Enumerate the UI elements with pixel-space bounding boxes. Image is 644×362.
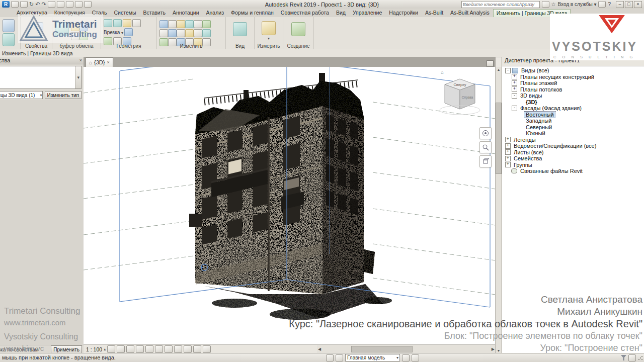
resize-grip[interactable]	[638, 355, 643, 360]
scrollbar-thumb[interactable]	[351, 346, 413, 352]
align-icon[interactable]	[159, 20, 168, 28]
create-button[interactable]	[291, 22, 305, 36]
tree-item[interactable]: +Планы несущих конструкций	[502, 74, 644, 80]
scroll-right-icon[interactable]: ▶	[492, 347, 495, 351]
modify-tool-icon[interactable]	[3, 19, 15, 32]
shadows-icon[interactable]	[136, 345, 144, 353]
render-icon[interactable]	[145, 345, 153, 353]
collapse-icon[interactable]: -	[512, 106, 517, 111]
ribbon-tab[interactable]: Аннотации	[169, 9, 203, 17]
split-face-icon[interactable]	[123, 19, 131, 27]
offset-icon[interactable]	[168, 20, 177, 28]
design-option-selector[interactable]: Главная модель▾	[345, 354, 400, 361]
scale-control[interactable]: 1 : 100	[86, 346, 102, 352]
move-icon[interactable]	[159, 29, 168, 37]
tree-item[interactable]: -3D виды	[502, 93, 644, 99]
viewcube-right-label[interactable]: Справа	[462, 96, 473, 100]
copy-tool-icon[interactable]	[168, 29, 177, 37]
help-icon[interactable]: ?	[608, 2, 611, 7]
split-icon[interactable]	[194, 20, 202, 28]
crop-view-icon[interactable]	[155, 345, 163, 353]
exchange-apps-icon[interactable]	[598, 1, 606, 8]
rotate-icon[interactable]	[177, 29, 185, 37]
redo-icon[interactable]: ↷	[41, 2, 46, 7]
ribbon-tab[interactable]: Совместная работа	[277, 9, 333, 17]
steering-wheel-icon[interactable]	[479, 127, 492, 139]
ribbon-tab[interactable]: Вставить	[140, 9, 170, 17]
unpin-icon[interactable]	[202, 29, 211, 37]
scroll-up-icon[interactable]: ▲	[497, 67, 501, 72]
revit-app-button[interactable]: R	[2, 1, 10, 8]
home-icon[interactable]: ⌂	[441, 69, 444, 75]
exclude-options-icon[interactable]	[402, 354, 410, 361]
maximize-button[interactable]: □	[625, 1, 633, 8]
ribbon-tab[interactable]: As-Built Analysis	[447, 9, 493, 17]
close-icon[interactable]: ×	[79, 58, 82, 63]
close-button[interactable]: ×	[634, 1, 642, 8]
ribbon-tab[interactable]: Сталь	[89, 9, 111, 17]
tree-item[interactable]: +Ведомости/Спецификации (все)	[502, 143, 644, 149]
expand-icon[interactable]: +	[505, 143, 511, 149]
cut-icon[interactable]	[71, 23, 79, 31]
vertical-scrollbar[interactable]: ▲ ▼	[495, 67, 502, 353]
measure-tool-button[interactable]	[262, 21, 276, 35]
default-3d-view-icon[interactable]	[75, 1, 83, 8]
ribbon-tab[interactable]: Системы	[111, 9, 140, 17]
viewport-canvas[interactable]: ⌂ Сверху Справа	[84, 67, 496, 345]
tree-item[interactable]: +Группы	[502, 162, 644, 168]
chevron-down-icon[interactable]: ▾	[268, 36, 270, 41]
search-input[interactable]	[461, 1, 540, 8]
parameter-grid[interactable]	[0, 100, 84, 345]
tree-item[interactable]: Северный	[502, 124, 644, 131]
expand-icon[interactable]: +	[505, 156, 511, 161]
section-icon[interactable]	[84, 1, 92, 8]
chevron-up-icon[interactable]: ▴	[104, 347, 106, 351]
viewcube-top-label[interactable]: Сверху	[453, 82, 466, 87]
reveal-hidden-icon[interactable]	[184, 345, 192, 353]
cope-dropdown[interactable]: Врезка ▾	[104, 30, 123, 35]
ribbon-tab[interactable]: Управление	[349, 9, 385, 17]
select-toggle-icon[interactable]	[628, 354, 636, 361]
type-selector[interactable]: R ▾	[0, 66, 82, 89]
point-cloud-building[interactable]	[189, 73, 392, 320]
view-tools-button[interactable]	[233, 22, 247, 36]
signin-menu[interactable]: Вход в службы ▾	[557, 2, 596, 7]
save-icon[interactable]	[20, 1, 28, 8]
ribbon-tab[interactable]: Конструкция	[51, 9, 89, 17]
ribbon-tab[interactable]: Формы и генплан	[227, 9, 277, 17]
visual-style-icon[interactable]	[117, 345, 125, 353]
print-icon[interactable]	[48, 1, 55, 8]
edit-type-button[interactable]: Изменить тип	[45, 91, 82, 99]
match-type-icon[interactable]	[71, 32, 79, 40]
temporary-hide-icon[interactable]	[174, 345, 182, 353]
tree-item[interactable]: +Семейства	[502, 155, 644, 162]
tree-item[interactable]: -Фасады (Фасад здания)	[502, 105, 644, 112]
undo-icon[interactable]: ↶	[35, 2, 40, 7]
expand-icon[interactable]: +	[505, 137, 511, 142]
expand-icon[interactable]: +	[505, 149, 511, 155]
request-icon[interactable]	[336, 354, 343, 361]
select-tool-icon[interactable]	[3, 33, 15, 46]
view-cube[interactable]: ⌂ Сверху Справа	[440, 69, 480, 115]
editable-only-icon[interactable]	[412, 354, 419, 361]
displacement-icon[interactable]	[203, 345, 211, 353]
close-icon[interactable]: ×	[107, 60, 109, 65]
cope-icon[interactable]	[124, 28, 133, 36]
ribbon-tab[interactable]: Вид	[333, 9, 349, 17]
paint-icon[interactable]	[132, 19, 141, 27]
expand-icon[interactable]: +	[512, 74, 517, 79]
minimize-button[interactable]: –	[616, 1, 624, 8]
array-icon[interactable]	[202, 20, 211, 28]
temporary-view-properties-icon[interactable]	[193, 345, 201, 353]
tree-item[interactable]: Восточный	[502, 112, 644, 118]
properties-header[interactable]: Свойства ×	[0, 57, 84, 64]
tree-item[interactable]: Южный	[502, 130, 644, 137]
sync-icon[interactable]: ↻	[29, 2, 34, 7]
collapse-icon[interactable]: -	[512, 93, 517, 99]
tree-item[interactable]: +Легенды	[502, 137, 644, 143]
collapse-icon[interactable]: -	[505, 68, 511, 73]
tree-item[interactable]: Западный	[502, 118, 644, 124]
tree-item[interactable]: {3D}	[502, 99, 644, 106]
tree-item[interactable]: Связанные файлы Revit	[502, 168, 644, 174]
paste-button[interactable]	[55, 22, 69, 36]
